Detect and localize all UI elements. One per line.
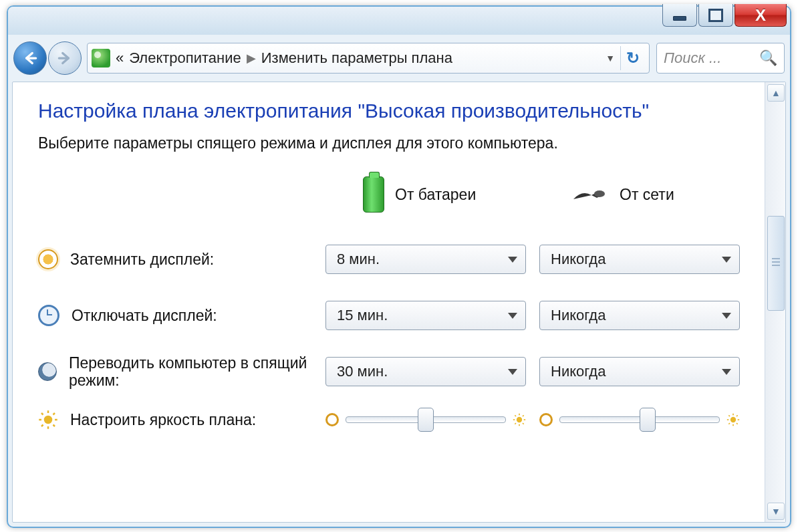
turn-off-display-ac-value: Никогда [551,307,606,324]
close-button[interactable]: X [734,4,787,27]
sun-bright-icon [726,413,740,426]
page-subtitle: Выберите параметры спящего режима и дисп… [38,134,746,152]
back-button[interactable] [13,41,47,75]
chevron-down-icon [722,369,731,375]
svg-line-8 [41,413,43,415]
arrow-left-icon [21,49,39,67]
slider-track[interactable] [346,416,506,423]
chevron-down-icon [722,313,731,319]
row-label-brightness: Настроить яркость плана: [70,411,256,428]
column-headers: От батареи От сети [38,171,746,231]
row-label-sleep: Переводить компьютер в спящий режим: [69,354,312,390]
column-label-battery: От батареи [395,186,476,204]
slider-thumb[interactable] [640,408,656,432]
dim-display-battery-select[interactable]: 8 мин. [325,245,526,274]
scroll-up-button[interactable]: ▲ [767,84,785,102]
sun-dim-icon [325,413,339,426]
breadcrumb-prefix: « [116,49,124,67]
dim-display-icon [38,249,58,269]
scroll-down-button[interactable]: ▼ [767,503,785,520]
minimize-button[interactable] [662,4,697,27]
svg-line-27 [737,423,738,424]
svg-point-21 [730,417,736,422]
chevron-down-icon [508,369,517,375]
vertical-scrollbar[interactable]: ▲ ▼ [765,82,785,522]
refresh-button[interactable]: ↻ [620,46,645,70]
row-sleep: Переводить компьютер в спящий режим: 30 … [38,344,746,400]
brightness-battery-slider[interactable] [325,413,526,426]
page-title: Настройка плана электропитания "Высокая … [38,100,746,122]
svg-line-20 [523,415,524,416]
svg-line-11 [53,413,55,415]
maximize-button[interactable] [698,4,733,27]
breadcrumb-part-1[interactable]: Электропитание [129,49,241,67]
svg-line-17 [515,415,516,416]
svg-line-10 [41,425,43,427]
search-icon[interactable]: 🔍 [759,49,777,67]
row-label-dim: Затемнить дисплей: [70,251,214,268]
svg-line-26 [728,415,730,416]
clock-icon [38,305,59,326]
moon-icon [38,362,57,381]
turn-off-display-ac-select[interactable]: Никогда [539,301,740,330]
svg-line-28 [728,423,730,424]
slider-track[interactable] [559,416,720,423]
turn-off-display-battery-select[interactable]: 15 мин. [325,301,526,330]
dim-display-ac-value: Никогда [551,251,606,268]
sleep-battery-select[interactable]: 30 мин. [325,357,526,386]
forward-button[interactable] [48,41,82,75]
row-dim-display: Затемнить дисплей: 8 мин. Никогда [38,231,746,287]
turn-off-display-battery-value: 15 мин. [337,307,388,324]
power-options-icon [92,49,110,68]
row-turn-off-display: Отключать дисплей: 15 мин. Никогда [38,287,746,344]
slider-thumb[interactable] [418,408,434,432]
sleep-ac-value: Никогда [551,363,606,380]
sun-bright-icon [513,413,526,426]
svg-point-3 [44,416,53,424]
chevron-down-icon [722,257,731,263]
svg-line-19 [515,423,516,424]
titlebar: X [8,7,790,35]
row-brightness: Настроить яркость плана: [38,400,746,440]
breadcrumb-part-2[interactable]: Изменить параметры плана [261,49,452,67]
plug-icon [570,184,609,205]
svg-point-2 [594,190,605,197]
column-header-battery: От батареи [325,171,539,231]
dim-display-battery-value: 8 мин. [337,251,380,268]
brightness-ac-slider[interactable] [539,413,740,426]
content-area: Настройка плана электропитания "Высокая … [12,82,786,523]
svg-point-12 [517,417,522,422]
sleep-battery-value: 30 мин. [337,363,388,380]
search-placeholder: Поиск ... [664,49,721,67]
scroll-thumb[interactable] [767,216,785,311]
chevron-right-icon[interactable]: ▶ [247,51,256,65]
chevron-down-icon [508,257,517,263]
nav-row: « Электропитание ▶ Изменить параметры пл… [13,40,785,76]
address-bar[interactable]: « Электропитание ▶ Изменить параметры пл… [87,43,650,74]
arrow-right-icon [56,49,74,67]
dim-display-ac-select[interactable]: Никогда [539,245,740,274]
window-frame: X « Электропитание ▶ Изменить параметры … [7,5,791,528]
column-label-ac: От сети [620,186,674,204]
column-header-ac: От сети [539,179,753,223]
row-label-off: Отключать дисплей: [72,307,217,324]
sun-dim-icon [539,413,553,426]
address-dropdown[interactable]: ▼ [606,53,615,63]
chevron-down-icon [508,313,517,319]
svg-line-29 [737,415,738,416]
sun-icon [38,410,58,430]
search-box[interactable]: Поиск ... 🔍 [656,43,785,74]
svg-line-9 [53,425,55,427]
battery-icon [363,176,384,213]
svg-line-18 [523,423,524,424]
sleep-ac-select[interactable]: Никогда [539,357,740,386]
